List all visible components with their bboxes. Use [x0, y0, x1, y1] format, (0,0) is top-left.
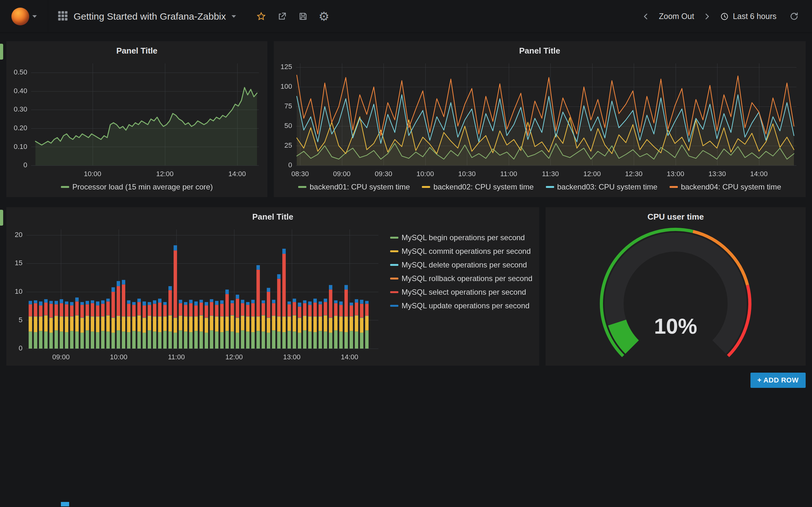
- legend-swatch: [390, 305, 398, 307]
- panel-mysql-operations: Panel Title MySQL begin operations per s…: [6, 207, 539, 366]
- legend-label: MySQL begin operations per second: [402, 233, 525, 242]
- panel-title[interactable]: CPU user time: [548, 210, 803, 224]
- legend-label: MySQL rollback operations per second: [402, 274, 532, 283]
- share-icon: [277, 11, 287, 21]
- legend-item[interactable]: backend01: CPU system time: [298, 182, 410, 191]
- panel-title[interactable]: Panel Title: [9, 44, 265, 58]
- legend-label: MySQL delete operations per second: [402, 261, 527, 269]
- dashboard-title: Getting Started with Grafana-Zabbix: [73, 11, 226, 22]
- zoom-out-button[interactable]: Zoom Out: [659, 12, 694, 21]
- star-button[interactable]: [252, 8, 270, 25]
- legend-swatch: [390, 291, 398, 293]
- bottom-left-blue-tab[interactable]: [61, 502, 69, 506]
- legend-item[interactable]: backend03: CPU system time: [546, 182, 658, 191]
- chart-legend: backend01: CPU system timebackend02: CPU…: [276, 180, 803, 194]
- legend-swatch: [670, 186, 678, 188]
- time-shift-back-button[interactable]: [637, 8, 654, 25]
- chart-legend: Processor load (15 min average per core): [9, 180, 265, 194]
- settings-button[interactable]: ⚙: [315, 8, 333, 25]
- legend-item[interactable]: MySQL rollback operations per second: [390, 274, 532, 283]
- legend-item[interactable]: backend02: CPU system time: [422, 182, 534, 191]
- time-range-picker[interactable]: Last 6 hours: [720, 12, 776, 21]
- panel-title[interactable]: Panel Title: [9, 210, 537, 224]
- legend-item[interactable]: MySQL select operations per second: [390, 288, 526, 297]
- panel-processor-load: Panel Title Processor load (15 min avera…: [6, 41, 267, 197]
- add-row-button[interactable]: + ADD ROW: [751, 373, 806, 388]
- legend-label: backend02: CPU system time: [433, 182, 534, 191]
- cpu-system-time-chart[interactable]: [278, 58, 802, 180]
- legend-item[interactable]: backend04: CPU system time: [670, 182, 781, 191]
- legend-swatch: [390, 264, 398, 266]
- dashboard-grid-icon: [58, 11, 68, 22]
- chart-legend: MySQL begin operations per secondMySQL c…: [385, 224, 537, 363]
- caret-down-icon: [232, 15, 236, 18]
- panel-cpu-system-time: Panel Title backend01: CPU system timeba…: [274, 41, 806, 197]
- legend-swatch: [390, 237, 398, 239]
- grafana-logo-button[interactable]: [0, 0, 48, 33]
- save-button[interactable]: [294, 8, 311, 25]
- mysql-operations-chart[interactable]: [10, 224, 384, 363]
- cpu-user-time-gauge[interactable]: [549, 224, 802, 360]
- row-menu-tab[interactable]: [0, 44, 3, 60]
- row-menu-tab[interactable]: [0, 210, 3, 226]
- dashboard-footer: + ADD ROW: [6, 373, 806, 388]
- save-icon: [298, 11, 308, 21]
- clock-icon: [720, 12, 729, 21]
- legend-swatch: [546, 186, 554, 188]
- legend-item[interactable]: Processor load (15 min average per core): [61, 182, 213, 191]
- dashboard-title-button[interactable]: Getting Started with Grafana-Zabbix: [48, 0, 246, 33]
- legend-swatch: [390, 278, 398, 279]
- legend-item[interactable]: MySQL commit operations per second: [390, 247, 531, 256]
- dashboard-row-1: Panel Title Processor load (15 min avera…: [6, 41, 806, 197]
- legend-label: backend03: CPU system time: [557, 182, 658, 191]
- panel-title[interactable]: Panel Title: [276, 44, 803, 58]
- legend-item[interactable]: MySQL begin operations per second: [390, 233, 525, 242]
- gear-icon: ⚙: [318, 10, 329, 22]
- legend-item[interactable]: MySQL delete operations per second: [390, 261, 527, 269]
- time-range-label: Last 6 hours: [733, 12, 776, 21]
- legend-label: MySQL commit operations per second: [402, 247, 531, 256]
- dashboard-grid: Panel Title Processor load (15 min avera…: [0, 33, 812, 388]
- dashboard-row-2: Panel Title MySQL begin operations per s…: [6, 207, 806, 366]
- time-shift-forward-button[interactable]: [699, 8, 716, 25]
- dashboard-actions: ⚙: [252, 8, 333, 25]
- legend-swatch: [61, 186, 69, 188]
- star-icon: [256, 11, 266, 21]
- legend-swatch: [422, 186, 430, 188]
- legend-item[interactable]: MySQL update operations per second: [390, 301, 529, 310]
- caret-down-icon: [32, 15, 37, 18]
- legend-label: MySQL update operations per second: [402, 301, 529, 310]
- processor-load-chart[interactable]: [10, 58, 264, 180]
- grafana-logo-icon: [11, 8, 29, 25]
- navbar: Getting Started with Grafana-Zabbix ⚙: [0, 0, 812, 33]
- legend-swatch: [298, 186, 306, 188]
- panel-cpu-user-time-gauge: CPU user time 10%: [546, 207, 806, 366]
- legend-label: backend01: CPU system time: [310, 182, 410, 191]
- refresh-icon: [789, 11, 799, 21]
- legend-label: backend04: CPU system time: [681, 182, 781, 191]
- legend-label: Processor load (15 min average per core): [72, 182, 213, 191]
- refresh-button[interactable]: [785, 8, 803, 25]
- time-controls: Zoom Out Last 6 hours: [637, 8, 812, 25]
- legend-swatch: [390, 250, 398, 252]
- grafana-dashboard-page: { "navbar": { "title": "Getting Started …: [0, 0, 812, 507]
- legend-label: MySQL select operations per second: [402, 288, 526, 297]
- share-button[interactable]: [273, 8, 291, 25]
- chevron-left-icon: [642, 12, 650, 20]
- chevron-right-icon: [703, 12, 711, 20]
